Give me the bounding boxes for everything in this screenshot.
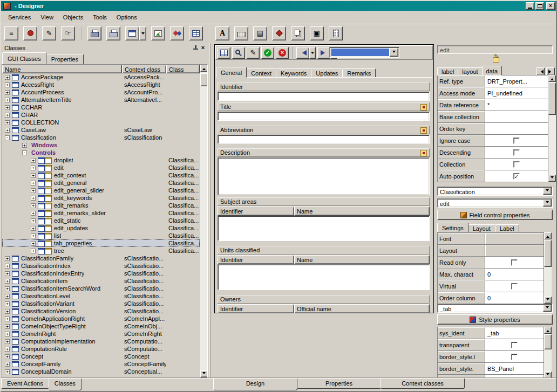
column-header-official-name[interactable]: Official name <box>294 304 430 313</box>
expand-box[interactable]: + <box>5 105 10 110</box>
tree-row-tree[interactable]: +treeClassifica... <box>2 247 200 255</box>
expand-box[interactable]: + <box>5 120 10 125</box>
settings-tab-label[interactable]: Label <box>495 224 519 232</box>
tree-row-classificationindex[interactable]: +ClassificationIndexsClassificatio... <box>2 262 200 270</box>
calculator-button[interactable] <box>329 26 343 40</box>
scroll-up-button[interactable] <box>544 232 552 239</box>
expand-box[interactable]: + <box>31 211 36 216</box>
checkbox[interactable] <box>513 149 520 156</box>
tree-row-comeinobjecttyperight[interactable]: +ComeInObjectTypeRightsComeInObj... <box>2 322 200 330</box>
property-value[interactable] <box>485 123 548 135</box>
title-input[interactable] <box>218 112 430 121</box>
expand-box[interactable]: + <box>5 271 10 276</box>
tree-row-accessright[interactable]: +AccessRightsAccessRight <box>2 81 200 88</box>
expand-box[interactable]: + <box>5 332 10 336</box>
tree-row-edit-keywords[interactable]: +edit_keywordsClassifica... <box>2 194 200 202</box>
image-button[interactable] <box>151 26 165 40</box>
checkbox[interactable] <box>513 137 520 144</box>
tree-row-conceptualdomain[interactable]: +ConceptualDomainsConceptual... <box>2 368 200 375</box>
column-header-class[interactable]: Class <box>166 65 200 73</box>
style-combo-dropdown-button[interactable] <box>543 305 552 312</box>
print-setup-button[interactable] <box>106 26 120 40</box>
table-button[interactable]: ▤ <box>253 26 267 40</box>
assist-button[interactable]: ☞ <box>61 26 75 40</box>
menu-options[interactable]: Options <box>112 12 142 22</box>
expand-box[interactable]: + <box>31 233 36 238</box>
previous-dropdown-button[interactable] <box>309 47 316 59</box>
tree-row-cchar[interactable]: +CCHAR <box>2 104 200 111</box>
preview-button[interactable] <box>232 47 245 59</box>
expand-box[interactable]: + <box>5 264 10 269</box>
minimize-button[interactable] <box>526 2 534 10</box>
panel-tab-classes[interactable]: Classes <box>49 379 81 390</box>
palette-button[interactable] <box>170 26 184 40</box>
units-classified-table-body[interactable] <box>218 264 430 290</box>
form-tab-context[interactable]: Context <box>246 68 276 78</box>
checkbox[interactable] <box>511 354 518 360</box>
pin-button[interactable] <box>192 44 199 51</box>
checkbox[interactable] <box>511 283 518 290</box>
scrollbar-thumb[interactable] <box>544 334 552 349</box>
expand-box[interactable]: + <box>31 226 36 231</box>
combo-dropdown-button[interactable] <box>390 48 398 57</box>
data-grid-scrollbar[interactable] <box>548 75 556 182</box>
expand-box[interactable]: + <box>5 294 10 299</box>
expand-box[interactable]: + <box>31 173 36 178</box>
checkbox[interactable] <box>511 259 518 266</box>
tree-row-classificationfamily[interactable]: +ClassificationFamilysClassificatio... <box>2 255 200 262</box>
column-header-name[interactable]: Name <box>294 255 430 264</box>
edit-mode-button[interactable]: ✎ <box>247 47 260 59</box>
settings-grid-scrollbar[interactable] <box>544 232 552 304</box>
property-value[interactable]: BS_Panel <box>485 363 544 375</box>
classes-tab-properties[interactable]: Properties <box>46 54 84 64</box>
class-combo-dropdown-button[interactable] <box>543 188 552 195</box>
maximize-button[interactable] <box>535 2 544 10</box>
tree-row-computationrule[interactable]: +ComputationRulesComputatio... <box>2 345 200 353</box>
classes-close-button[interactable]: × <box>199 44 207 51</box>
property-value[interactable]: * <box>485 99 548 111</box>
classes-tab-gui-classes[interactable]: GUI Classes <box>2 52 46 64</box>
tree-row-tab-properties[interactable]: +tab_propertiesClassifica... <box>2 239 200 247</box>
property-value[interactable]: 0 <box>485 292 544 304</box>
settings-tab-settings[interactable]: Settings <box>437 223 468 232</box>
expand-box[interactable]: + <box>31 249 36 253</box>
expand-box[interactable]: + <box>5 286 10 291</box>
tree-row-classificationlevel[interactable]: +ClassificationLevelsClassificatio... <box>2 292 200 300</box>
column-header-context-class[interactable]: Context class <box>122 65 166 73</box>
previous-button[interactable] <box>296 47 309 59</box>
tree-row-caselaw[interactable]: +CaseLawsCaseLaw <box>2 126 200 134</box>
scroll-down-button[interactable] <box>200 370 208 377</box>
expand-box[interactable]: + <box>5 128 10 133</box>
tree-row-controls[interactable]: -Controls <box>2 149 200 156</box>
tree-row-concept[interactable]: +ConceptsConcept <box>2 353 200 360</box>
tree-row-edit-remarks-slider[interactable]: +edit_remarks_sliderClassifica... <box>2 209 200 217</box>
property-value[interactable]: _tab <box>485 327 544 339</box>
property-value[interactable]: PI_undefined <box>485 87 548 99</box>
tree-row-droplist[interactable]: +droplistClassifica... <box>2 156 200 164</box>
tree-row-char[interactable]: +CHAR <box>2 111 200 119</box>
expand-box[interactable]: + <box>31 166 36 170</box>
copy-button[interactable] <box>291 26 305 40</box>
form-tab-keywords[interactable]: Keywords <box>276 68 311 78</box>
column-header-name[interactable]: Name <box>2 65 122 73</box>
column-header-name[interactable]: Name <box>294 207 430 216</box>
editor-tab-design[interactable]: Design <box>213 379 297 390</box>
expand-box[interactable]: + <box>5 256 10 261</box>
tabs-scroll-right-button[interactable] <box>546 67 555 75</box>
edit-script-button[interactable]: ✎ <box>42 26 56 40</box>
close-button[interactable]: × <box>546 2 555 10</box>
diamond-button[interactable] <box>272 26 286 40</box>
titlebar[interactable]: - Designer × <box>1 1 556 11</box>
tree-row-computationimplementation[interactable]: +ComputationImplementationsComputatio... <box>2 338 200 345</box>
tree-row-classificationversion[interactable]: +ClassificationVersionsClassificatio... <box>2 307 200 315</box>
expand-box[interactable]: + <box>5 98 10 102</box>
scroll-up-button[interactable] <box>544 327 552 334</box>
tree-row-classificationvariant[interactable]: +ClassificationVariantsClassificatio... <box>2 300 200 307</box>
property-value[interactable]: DRT_Propert... <box>485 75 548 87</box>
tree-row-collection[interactable]: +COLLECTION <box>2 119 200 126</box>
collapse-box[interactable]: - <box>22 150 27 155</box>
tree-row-list[interactable]: +listClassifica... <box>2 232 200 239</box>
class-browser-button[interactable]: ≡ <box>4 26 18 40</box>
style-properties-button[interactable]: Style properties <box>437 314 553 325</box>
scroll-up-button[interactable] <box>548 75 556 82</box>
